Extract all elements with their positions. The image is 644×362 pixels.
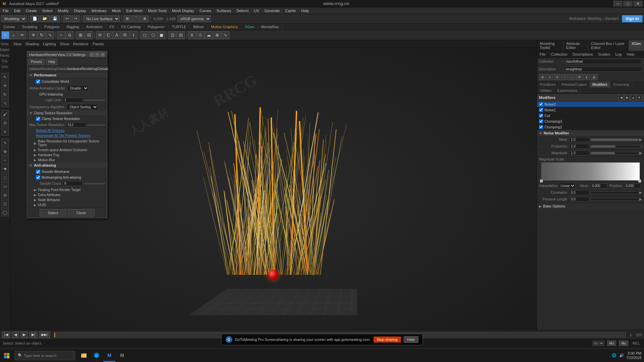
maximize-button[interactable]: □ bbox=[623, 1, 633, 7]
tab-bifrost[interactable]: Bifrost bbox=[190, 23, 207, 30]
menu-uv[interactable]: UV bbox=[251, 7, 262, 14]
tab-motion-graphics[interactable]: Motion Graphics bbox=[208, 23, 241, 30]
move-btn[interactable]: ✛ bbox=[29, 31, 37, 39]
tb-snap-curve[interactable]: ⌒ bbox=[132, 15, 140, 22]
hw-regen-tex-row[interactable]: Regenerate All Tile Preview Textures bbox=[29, 133, 105, 138]
status-btn2[interactable]: Mo bbox=[619, 341, 628, 346]
vp-menu-shading[interactable]: Shading bbox=[24, 42, 40, 46]
tb-snap-grid[interactable]: ⊞ bbox=[123, 15, 131, 22]
mode-selector[interactable]: Mo bbox=[592, 341, 604, 346]
xgen-menu-help[interactable]: Help bbox=[624, 51, 637, 57]
hw-close-btn[interactable]: Close bbox=[68, 209, 95, 217]
noise-mask-expand[interactable]: ▶ bbox=[639, 138, 642, 141]
history-btn[interactable]: H bbox=[96, 31, 104, 39]
xgen-menu-collection[interactable]: Collection bbox=[548, 51, 570, 57]
erase-tool[interactable]: ◻ bbox=[1, 200, 9, 208]
menu-cache[interactable]: Cache bbox=[282, 7, 299, 14]
hw-light-limit-slider[interactable] bbox=[84, 100, 105, 101]
hw-fog-section[interactable]: ▶ Hardware Fog bbox=[27, 153, 107, 158]
taskbar-clock[interactable]: 3:00 PM 7/22/2018 bbox=[627, 351, 642, 360]
show-manipulator-btn[interactable]: ⊞ bbox=[76, 31, 85, 39]
tab-rigging[interactable]: Rigging bbox=[63, 23, 83, 30]
rotate-tool[interactable]: ↻ bbox=[1, 90, 9, 99]
gotomeeting-hide-btn[interactable]: Hide bbox=[404, 336, 419, 343]
sign-in-button[interactable]: Sign In bbox=[622, 15, 643, 22]
rpanel-tab-channel[interactable]: Channel Box / Layer Editor bbox=[588, 40, 629, 51]
hw-uuid-section[interactable]: ▶ UUID bbox=[27, 202, 107, 207]
tab-fx-caching[interactable]: FX Caching bbox=[118, 23, 144, 30]
minimize-button[interactable]: ─ bbox=[613, 1, 623, 7]
menu-mesh[interactable]: Mesh bbox=[109, 7, 123, 14]
hw-consolidate-checkbox[interactable] bbox=[36, 79, 40, 84]
xgen-collection-input[interactable]: classfollhair bbox=[564, 59, 642, 64]
taskbar-search-box[interactable]: 🔍 Type here to search bbox=[15, 351, 75, 360]
hw-multisample-checkbox[interactable] bbox=[36, 175, 40, 180]
timeline-play-btn[interactable]: ▶ bbox=[20, 331, 28, 338]
paint-tool[interactable]: 🖌 bbox=[1, 110, 9, 118]
tb-snap-point[interactable]: ⊕ bbox=[141, 15, 149, 22]
smooth-tool[interactable]: ◌ bbox=[1, 174, 9, 182]
paint-select-btn[interactable]: ✏ bbox=[18, 31, 26, 39]
xgen-menu-file[interactable]: File bbox=[537, 51, 548, 57]
menu-modify[interactable]: Modify bbox=[55, 7, 71, 14]
bake-options-header[interactable]: ▶ Bake Options bbox=[537, 203, 644, 209]
timeline-end-btn[interactable]: ▶▶| bbox=[39, 331, 50, 338]
modifier-item-clumping3[interactable]: Clumping3 bbox=[537, 119, 644, 124]
rpanel-tab-attr[interactable]: Attribute Editor bbox=[564, 40, 588, 51]
xgen-icon-6[interactable]: ⧉ bbox=[576, 74, 583, 80]
channel-btn[interactable]: C bbox=[104, 31, 112, 39]
modifier-item-noise2[interactable]: Noise2 bbox=[537, 102, 644, 107]
tab-fx[interactable]: FX bbox=[106, 23, 118, 30]
taskbar-file-explorer[interactable] bbox=[78, 350, 90, 362]
hw-presets-btn[interactable]: Presets bbox=[29, 59, 45, 65]
hw-extra-attr-section[interactable]: ▶ Extra Attributes bbox=[27, 192, 107, 197]
xgen-icon-5[interactable]: ↓ bbox=[569, 74, 575, 80]
hide-manipulator-btn[interactable]: ⊟ bbox=[85, 31, 93, 39]
snap-btn[interactable]: ⊙ bbox=[65, 31, 73, 39]
soft-select-tool[interactable]: ⊙ bbox=[1, 119, 9, 127]
hw-vertex-cache-dropdown[interactable]: Disable bbox=[67, 85, 89, 91]
tab-turtle[interactable]: TURTLE bbox=[169, 23, 190, 30]
hw-node-behavior-section[interactable]: ▶ Node Behavior bbox=[27, 197, 107, 202]
menu-edit-mesh[interactable]: Edit Mesh bbox=[123, 7, 145, 14]
frame-sel-btn[interactable]: ⊟ bbox=[177, 31, 185, 39]
menu-display[interactable]: Display bbox=[71, 7, 89, 14]
correlation-slider[interactable] bbox=[591, 191, 639, 194]
xray-btn[interactable]: X bbox=[188, 31, 196, 39]
xgen-menu-guides[interactable]: Guides bbox=[596, 51, 613, 57]
rpanel-tab-modeling[interactable]: Modeling Toolkit bbox=[537, 40, 564, 51]
xgen-menu-descriptions[interactable]: Descriptions bbox=[570, 51, 596, 57]
magnitude-scale-ramp[interactable] bbox=[541, 162, 640, 181]
tab-sculpting[interactable]: Sculpting bbox=[19, 23, 41, 30]
hw-ssao-section[interactable]: ▶ Screen-space Ambient Occlusion bbox=[27, 147, 107, 153]
xgen-icon-3[interactable]: ✕ bbox=[554, 74, 560, 80]
hw-select-btn[interactable]: Select bbox=[40, 209, 66, 217]
mod-prev-btn[interactable]: ◀ bbox=[619, 95, 624, 100]
select-tool[interactable]: ↖ bbox=[1, 73, 9, 81]
hw-max-tex-slider[interactable] bbox=[88, 124, 105, 126]
hw-motion-blur-section[interactable]: ▶ Motion Blur bbox=[27, 158, 107, 163]
noise-freq-expand[interactable]: | bbox=[641, 144, 642, 148]
taskbar-maya[interactable]: M bbox=[103, 350, 115, 362]
preserve-length-expand[interactable]: ▶ bbox=[639, 197, 642, 201]
hw-sample-count-input[interactable] bbox=[63, 181, 83, 186]
correlation-input[interactable] bbox=[569, 190, 589, 195]
move-tool[interactable]: ✛ bbox=[1, 82, 9, 90]
xgen-icon-2[interactable]: + bbox=[546, 74, 553, 80]
taskbar-maya2[interactable]: M bbox=[116, 350, 128, 362]
hw-transparency-dropdown[interactable]: Object Sorting bbox=[66, 104, 98, 110]
dialog-minimize-btn[interactable]: ─ bbox=[90, 52, 94, 57]
dialog-close-btn[interactable]: ✕ bbox=[100, 52, 105, 57]
gotomeeting-stop-btn[interactable]: Stop sharing bbox=[373, 337, 401, 343]
menu-generate[interactable]: Generate bbox=[262, 7, 282, 14]
isolate-btn[interactable]: ⦾ bbox=[196, 31, 204, 39]
hw-clamp-tex-checkbox[interactable] bbox=[36, 117, 40, 121]
tb-undo[interactable]: ↩ bbox=[63, 15, 71, 22]
vp-menu-view[interactable]: View bbox=[12, 42, 23, 46]
vp-menu-panels[interactable]: Panels bbox=[91, 42, 105, 46]
pinch-tool[interactable]: ◎ bbox=[1, 191, 9, 199]
noise-mask-input[interactable] bbox=[569, 137, 589, 142]
soft-mod-btn[interactable]: ~ bbox=[57, 31, 65, 39]
xgen-tab-utilities[interactable]: Utilities bbox=[537, 87, 554, 94]
xgen-tab-grooming[interactable]: Grooming bbox=[610, 81, 632, 87]
